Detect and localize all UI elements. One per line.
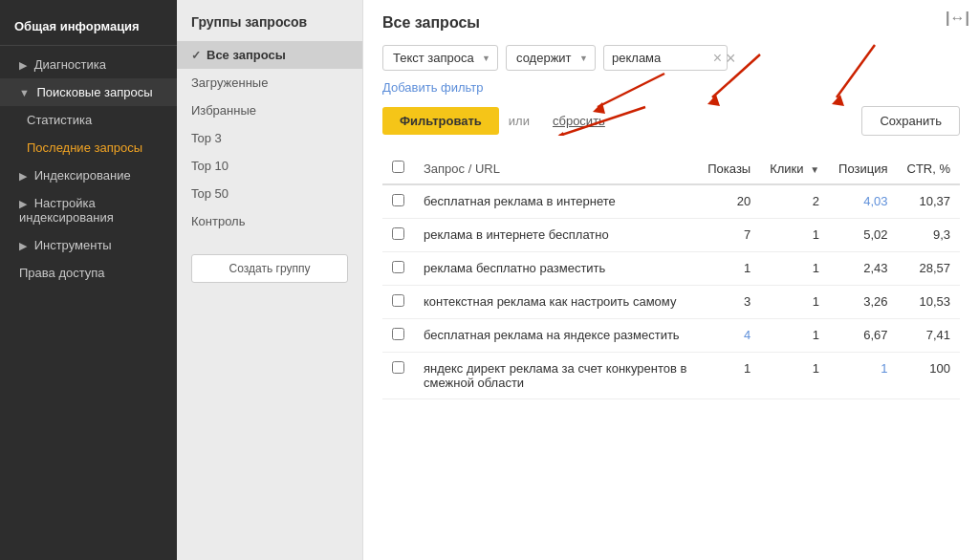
row-shows: 20 — [698, 184, 760, 219]
row-check-cell — [382, 252, 414, 286]
sidebar-item-statistics[interactable]: Статистика — [0, 106, 177, 134]
row-query: реклама бесплатно разместить — [414, 252, 698, 286]
group-item-all[interactable]: ✓ Все запросы — [177, 41, 362, 69]
filter-condition-select[interactable]: содержит — [506, 45, 596, 71]
row-position: 2,43 — [829, 252, 897, 286]
filter-row: Текст запроса содержит × × — [382, 45, 960, 71]
sidebar-item-label: Статистика — [27, 113, 92, 127]
row-shows: 7 — [698, 219, 760, 252]
row-query: контекстная реклама как настроить самому — [414, 286, 698, 319]
sidebar-item-label: Поисковые запросы — [37, 85, 153, 99]
row-clicks: 1 — [760, 252, 829, 286]
filter-outer-clear-icon[interactable]: × — [726, 50, 736, 67]
group-item-label: Все запросы — [207, 48, 286, 62]
sidebar-general[interactable]: Общая информация — [0, 10, 177, 40]
sidebar-divider-1 — [0, 45, 177, 46]
row-clicks: 1 — [760, 219, 829, 252]
save-button[interactable]: Сохранить — [861, 106, 960, 136]
arrow-icon: ▶ — [19, 198, 27, 209]
arrow-icon: ▶ — [19, 170, 27, 182]
data-table: Запрос / URL Показы Клики ▼ Позиция CTR,… — [382, 153, 960, 399]
row-checkbox[interactable] — [392, 194, 404, 206]
content-panel: |↔| Все запросы Текст запроса — [363, 0, 979, 560]
group-item-label: Top 3 — [191, 131, 222, 145]
col-position[interactable]: Позиция — [829, 153, 897, 184]
group-item-control[interactable]: Контроль — [177, 207, 362, 235]
row-checkbox[interactable] — [392, 227, 404, 240]
table-row: бесплатная реклама в интернете 20 2 4,03… — [382, 184, 960, 219]
row-checkbox[interactable] — [392, 261, 404, 273]
row-position: 1 — [829, 353, 897, 399]
check-icon: ✓ — [191, 49, 201, 62]
table-header: Запрос / URL Показы Клики ▼ Позиция CTR,… — [382, 153, 960, 184]
col-ctr[interactable]: CTR, % — [898, 153, 961, 184]
sidebar-item-label: Диагностика — [34, 57, 106, 72]
col-query: Запрос / URL — [414, 153, 698, 184]
sidebar-item-label: Инструменты — [34, 238, 112, 252]
row-ctr: 9,3 — [898, 219, 961, 252]
group-item-label: Контроль — [191, 214, 245, 228]
svg-marker-5 — [832, 95, 844, 106]
create-group-button[interactable]: Создать группу — [191, 254, 348, 283]
row-position: 6,67 — [829, 319, 897, 353]
row-position: 4,03 — [829, 184, 897, 219]
row-query: яндекс директ реклама за счет конкуренто… — [414, 353, 698, 399]
row-ctr: 28,57 — [898, 252, 961, 286]
row-check-cell — [382, 319, 414, 353]
filter-field-select[interactable]: Текст запроса — [382, 45, 498, 71]
col-shows[interactable]: Показы — [698, 153, 760, 184]
select-all-checkbox[interactable] — [392, 161, 404, 173]
row-check-cell — [382, 184, 414, 219]
row-clicks: 1 — [760, 319, 829, 353]
sidebar-item-index-settings[interactable]: ▶ Настройка индексирования — [0, 189, 177, 231]
row-check-cell — [382, 219, 414, 252]
group-item-label: Избранные — [191, 103, 256, 118]
sort-arrow-icon: ▼ — [810, 164, 819, 175]
sidebar-item-access[interactable]: Права доступа — [0, 259, 177, 287]
row-ctr: 100 — [898, 353, 961, 399]
row-shows: 1 — [698, 353, 760, 399]
table-body: бесплатная реклама в интернете 20 2 4,03… — [382, 184, 960, 399]
sidebar-item-tools[interactable]: ▶ Инструменты — [0, 231, 177, 259]
sidebar-item-search-queries[interactable]: ▼ Поисковые запросы — [0, 78, 177, 106]
sidebar-item-label: Последние запросы — [27, 140, 142, 155]
sidebar-item-label: Настройка индексирования — [19, 196, 114, 225]
row-clicks: 1 — [760, 286, 829, 319]
sidebar-item-diagnostics[interactable]: ▶ Диагностика — [0, 51, 177, 78]
action-row: Фильтровать или сбросить Сохранить — [382, 106, 960, 136]
filter-button[interactable]: Фильтровать — [382, 107, 499, 135]
reset-button[interactable]: сбросить — [539, 107, 619, 135]
groups-title: Группы запросов — [177, 14, 362, 41]
add-filter-link[interactable]: Добавить фильтр — [382, 80, 484, 95]
group-item-top10[interactable]: Top 10 — [177, 152, 362, 180]
sidebar-item-recent-queries[interactable]: Последние запросы — [0, 134, 177, 162]
content-title: Все запросы — [382, 14, 960, 32]
or-text: или — [509, 114, 530, 128]
filter-clear-icon[interactable]: × — [713, 51, 722, 66]
row-checkbox[interactable] — [392, 328, 404, 340]
row-position: 3,26 — [829, 286, 897, 319]
sidebar-item-indexing[interactable]: ▶ Индексирование — [0, 162, 177, 189]
row-checkbox[interactable] — [392, 294, 404, 307]
row-query: бесплатная реклама на яндексе разместить — [414, 319, 698, 353]
group-item-top50[interactable]: Top 50 — [177, 180, 362, 207]
table-row: бесплатная реклама на яндексе разместить… — [382, 319, 960, 353]
main-area: Группы запросов ✓ Все запросы Загруженны… — [177, 0, 979, 560]
row-ctr: 10,53 — [898, 286, 961, 319]
row-ctr: 7,41 — [898, 319, 961, 353]
group-item-loaded[interactable]: Загруженные — [177, 69, 362, 97]
col-clicks[interactable]: Клики ▼ — [760, 153, 829, 184]
row-shows: 4 — [698, 319, 760, 353]
sidebar: Общая информация ▶ Диагностика ▼ Поисков… — [0, 0, 177, 560]
arrow-icon: ▶ — [19, 59, 27, 71]
filter-value-input[interactable] — [603, 45, 728, 71]
table-row: контекстная реклама как настроить самому… — [382, 286, 960, 319]
row-checkbox[interactable] — [392, 361, 404, 374]
sidebar-item-label: Индексирование — [34, 168, 131, 183]
table-row: яндекс директ реклама за счет конкуренто… — [382, 353, 960, 399]
group-item-favorites[interactable]: Избранные — [177, 97, 362, 124]
row-shows: 3 — [698, 286, 760, 319]
expand-icon[interactable]: |↔| — [946, 10, 969, 27]
group-item-label: Top 50 — [191, 186, 228, 201]
group-item-top3[interactable]: Top 3 — [177, 124, 362, 152]
